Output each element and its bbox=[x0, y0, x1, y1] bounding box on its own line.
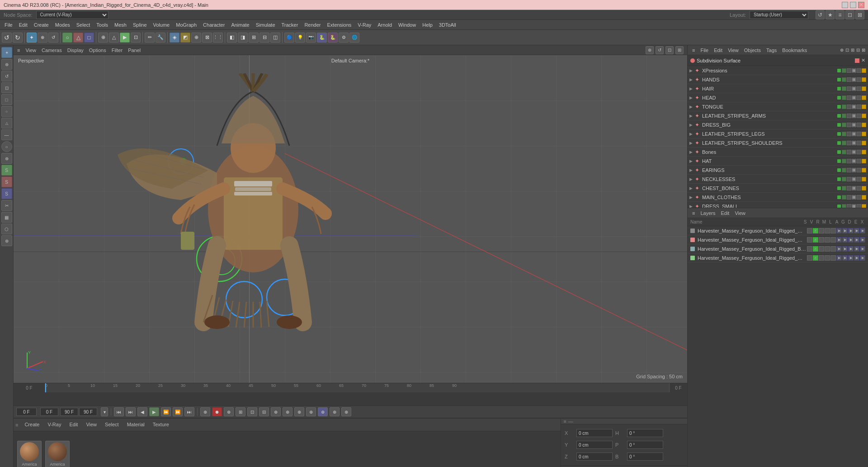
toolbar-globe[interactable]: 🌐 bbox=[349, 33, 359, 43]
transport-btn8[interactable]: ⊕ bbox=[318, 407, 328, 416]
layers-view[interactable]: View bbox=[733, 210, 747, 217]
layer-item[interactable]: Harvester_Massey_Ferguson_Ideal_Rigged_G… bbox=[688, 226, 868, 235]
timeline-playhead[interactable] bbox=[45, 383, 46, 392]
li-a-2[interactable]: ▶ bbox=[836, 246, 842, 252]
sc-dot-2[interactable] bbox=[862, 86, 866, 91]
mat-tab-view[interactable]: View bbox=[82, 420, 100, 429]
sc-grid-1[interactable]: ▦ bbox=[852, 77, 856, 82]
transport-record[interactable]: ⊕ bbox=[200, 407, 210, 416]
vp-icon-3[interactable]: ⊡ bbox=[665, 46, 674, 54]
li-s-3[interactable] bbox=[807, 255, 812, 261]
scene-item[interactable]: ▶ ✦ DRESS_SMALL ▦ bbox=[688, 202, 868, 208]
sc-tag-2[interactable] bbox=[857, 86, 861, 91]
sc-dot-10[interactable] bbox=[862, 159, 866, 163]
scene-item[interactable]: ▶ ✦ XPressions ▦ bbox=[688, 66, 868, 75]
li-s-0[interactable] bbox=[807, 228, 812, 234]
toolbar-t9[interactable]: ⊕ bbox=[191, 33, 201, 43]
sc-eye-5[interactable] bbox=[842, 114, 846, 118]
sc-lock-15[interactable] bbox=[847, 204, 851, 209]
layers-tab[interactable]: Layers bbox=[698, 210, 717, 217]
toolbar-t8[interactable]: ◩ bbox=[180, 33, 190, 43]
sc-grid-0[interactable]: ▦ bbox=[852, 68, 856, 73]
scene-item[interactable]: ▶ ✦ HEAD ▦ bbox=[688, 93, 868, 102]
scene-item[interactable]: ▶ ✦ HANDS ▦ bbox=[688, 75, 868, 84]
transport-play-forward[interactable]: ⏩ bbox=[161, 407, 171, 416]
sc-dot-9[interactable] bbox=[862, 150, 866, 154]
sc-eye-15[interactable] bbox=[842, 204, 846, 209]
sidebar-select[interactable]: ✦ bbox=[1, 47, 12, 58]
li-l-1[interactable] bbox=[830, 237, 836, 243]
sidebar-s3[interactable]: S bbox=[1, 188, 12, 199]
transport-rec-active[interactable]: ⏺ bbox=[212, 407, 222, 416]
mat-tab-texture[interactable]: Texture bbox=[149, 420, 173, 429]
mat-tab-edit[interactable]: Edit bbox=[66, 420, 81, 429]
sm-icon-4[interactable]: ⊟ bbox=[856, 48, 860, 52]
vp-menu-options[interactable]: Options bbox=[87, 47, 108, 54]
prop-p-input[interactable] bbox=[627, 441, 663, 449]
sc-grid-10[interactable]: ▦ bbox=[852, 159, 856, 163]
li-r-0[interactable] bbox=[819, 228, 824, 234]
transport-autokey[interactable]: ⊕ bbox=[224, 407, 234, 416]
sc-eye-10[interactable] bbox=[842, 159, 846, 163]
menu-help[interactable]: Help bbox=[420, 21, 435, 29]
transport-btn2[interactable]: ⊡ bbox=[247, 407, 257, 416]
toolbar-t4[interactable]: ⊡ bbox=[131, 33, 141, 43]
toolbar-t5[interactable]: ✏ bbox=[145, 33, 155, 43]
mat-tab-select[interactable]: Select bbox=[101, 420, 123, 429]
toolbar-py1[interactable]: 🐍 bbox=[317, 33, 327, 43]
scene-item[interactable]: ▶ ✦ NECKLESSES ▦ bbox=[688, 175, 868, 184]
scene-item[interactable]: ▶ ✦ HAIR ▦ bbox=[688, 84, 868, 93]
li-l-0[interactable] bbox=[830, 228, 836, 234]
transport-to-start[interactable]: ⏮ bbox=[114, 407, 124, 416]
scene-item[interactable]: ▶ ✦ LEATHER_STRIPES_ARMS ▦ bbox=[688, 111, 868, 120]
sc-tag-8[interactable] bbox=[857, 141, 861, 145]
sm-objects[interactable]: Objects bbox=[742, 47, 763, 54]
menu-tools[interactable]: Tools bbox=[94, 21, 111, 29]
li-v-2[interactable]: ✓ bbox=[813, 246, 818, 252]
menu-spline[interactable]: Spline bbox=[130, 21, 150, 29]
sc-dot-3[interactable] bbox=[862, 95, 866, 100]
mat-tab-create[interactable]: Create bbox=[21, 420, 43, 429]
sc-eye-0[interactable] bbox=[842, 68, 846, 73]
scene-item[interactable]: ▶ ✦ HAT ▦ bbox=[688, 157, 868, 166]
transport-fps-down[interactable]: ▾ bbox=[101, 407, 108, 416]
transport-play-reverse[interactable]: ◀ bbox=[137, 407, 147, 416]
menu-simulate[interactable]: Simulate bbox=[253, 21, 278, 29]
mat-tab-vray[interactable]: V-Ray bbox=[44, 420, 65, 429]
prop-z-input[interactable] bbox=[576, 453, 613, 461]
sc-lock-7[interactable] bbox=[847, 132, 851, 136]
sm-icon-3[interactable]: ⊞ bbox=[851, 48, 854, 52]
transport-btn5[interactable]: ⊕ bbox=[283, 407, 292, 416]
sc-eye-11[interactable] bbox=[842, 168, 846, 172]
sidebar-scale[interactable]: ⊡ bbox=[1, 82, 12, 93]
li-x-2[interactable]: ▶ bbox=[860, 246, 865, 252]
transport-fps-label[interactable] bbox=[79, 408, 97, 416]
sc-eye-14[interactable] bbox=[842, 195, 846, 200]
sc-tag-12[interactable] bbox=[857, 177, 861, 181]
sc-dot-11[interactable] bbox=[862, 168, 866, 172]
vp-icon-1[interactable]: ⊕ bbox=[646, 46, 654, 54]
sc-eye-6[interactable] bbox=[842, 123, 846, 127]
li-g-3[interactable]: ▶ bbox=[842, 255, 848, 261]
sidebar-sphere[interactable]: ○ bbox=[1, 106, 12, 117]
node-space-dropdown[interactable]: Current (V-Ray) bbox=[36, 11, 108, 19]
transport-prev-frame[interactable]: ⏭ bbox=[126, 407, 136, 416]
sm-view[interactable]: View bbox=[726, 47, 741, 54]
sc-lock-14[interactable] bbox=[847, 195, 851, 200]
maximize-button[interactable]: □ bbox=[850, 2, 856, 8]
scene-item[interactable]: ▶ ✦ Bones ▦ bbox=[688, 148, 868, 157]
li-v-0[interactable]: ✓ bbox=[813, 228, 818, 234]
toolbar-gear[interactable]: ⚙ bbox=[339, 33, 349, 43]
timeline-track[interactable] bbox=[14, 392, 687, 405]
toolbar-undo[interactable]: ↺ bbox=[2, 33, 12, 43]
toolbar-t6[interactable]: 🔧 bbox=[156, 33, 165, 43]
sc-eye-13[interactable] bbox=[842, 186, 846, 191]
ui-icon-3[interactable]: ≡ bbox=[835, 10, 844, 19]
sc-grid-9[interactable]: ▦ bbox=[852, 150, 856, 154]
vp-menu-view[interactable]: View bbox=[24, 47, 38, 54]
li-r-1[interactable] bbox=[819, 237, 824, 243]
sc-dot-15[interactable] bbox=[862, 204, 866, 209]
transport-btn4[interactable]: ⊕ bbox=[271, 407, 281, 416]
menu-window[interactable]: Window bbox=[396, 21, 419, 29]
sc-tag-6[interactable] bbox=[857, 123, 861, 127]
